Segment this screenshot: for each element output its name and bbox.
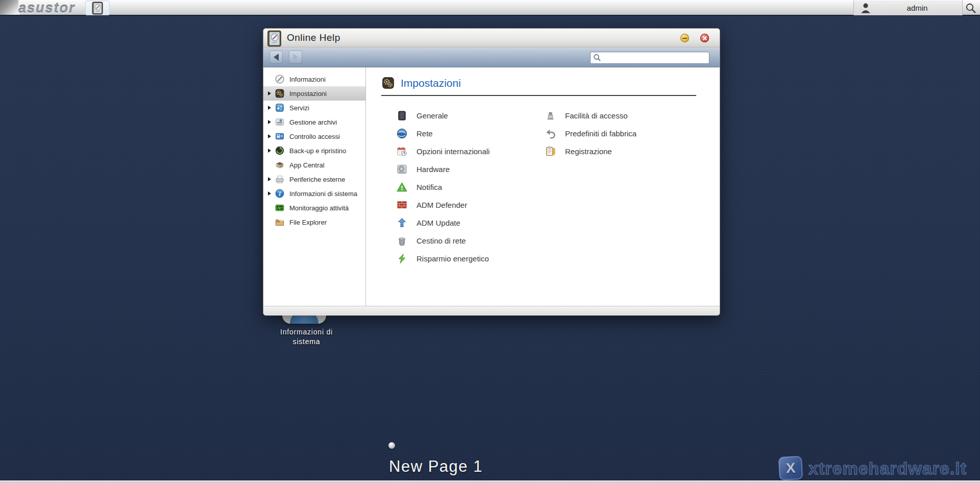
show-desktop-corner-button[interactable]	[0, 0, 19, 15]
gears-icon	[381, 76, 395, 90]
sidebar-item-label: Impostazioni	[289, 90, 327, 98]
user-icon	[859, 2, 872, 15]
link-generale[interactable]: Generale	[396, 107, 489, 125]
sidebar-item-controllo-accessi[interactable]: Controllo accessi	[263, 129, 365, 143]
sidebar-item-backup-ripristino[interactable]: Back-up e ripristino	[263, 143, 365, 158]
logged-in-user[interactable]: admin	[853, 1, 963, 15]
window-body: Informazioni Impostazioni	[263, 67, 720, 306]
link-notifica[interactable]: Notifica	[396, 178, 489, 196]
sidebar-item-label: Back-up e ripristino	[289, 147, 346, 155]
window-titlebar[interactable]: Online Help	[263, 29, 720, 47]
link-label: Registrazione	[565, 147, 612, 156]
link-label: Risparmio energetico	[416, 254, 489, 263]
bottom-edge-strip	[0, 480, 980, 483]
sidebar-item-app-central[interactable]: App Central	[263, 158, 365, 172]
expand-triangle-icon[interactable]	[268, 149, 271, 153]
sidebar-item-label: Controllo accessi	[289, 133, 340, 140]
help-topics-sidebar: Informazioni Impostazioni	[263, 67, 366, 306]
calendar-clock-icon	[396, 146, 408, 157]
link-risparmio-energetico[interactable]: Risparmio energetico	[396, 250, 489, 268]
energy-saving-icon	[396, 253, 408, 264]
link-predefiniti-di-fabbrica[interactable]: Predefiniti di fabbrica	[545, 125, 636, 142]
settings-left-column: Generale Rete	[396, 107, 489, 268]
update-arrow-icon	[396, 217, 408, 229]
app-central-icon	[275, 160, 285, 170]
sidebar-item-label: Informazioni	[289, 76, 326, 83]
access-control-icon	[275, 131, 285, 141]
sidebar-item-informazioni[interactable]: Informazioni	[263, 72, 365, 86]
forward-arrow-icon	[293, 54, 298, 61]
sidebar-item-label: Servizi	[289, 104, 309, 112]
desktop-shortcut-label[interactable]: Informazioni di sistema	[270, 327, 344, 347]
link-label: Hardware	[416, 165, 450, 174]
link-label: Opzioni internazionali	[416, 147, 489, 156]
back-button[interactable]	[270, 51, 283, 64]
back-arrow-icon	[274, 54, 279, 61]
expand-triangle-icon[interactable]	[268, 134, 271, 138]
notification-icon	[396, 181, 408, 193]
link-opzioni-internazionali[interactable]: Opzioni internazionali	[396, 142, 489, 160]
sidebar-item-label: App Central	[289, 161, 325, 169]
close-button[interactable]	[700, 34, 709, 42]
content-heading: Impostazioni	[381, 76, 720, 90]
xtremehardware-logo-icon: X	[778, 456, 803, 480]
desktop-page-title: New Page 1	[389, 457, 483, 476]
factory-reset-icon	[545, 128, 556, 139]
link-label: ADM Update	[416, 219, 460, 227]
hard-disk-icon	[396, 163, 408, 175]
link-cestino-di-rete[interactable]: Cestino di rete	[396, 232, 489, 250]
expand-triangle-icon[interactable]	[268, 120, 271, 124]
sidebar-item-periferiche-esterne[interactable]: Periferiche esterne	[263, 172, 365, 186]
sidebar-item-label: Gestione archivi	[289, 118, 337, 126]
peripherals-icon	[275, 174, 285, 184]
sidebar-item-label: Periferiche esterne	[289, 176, 345, 183]
forward-button-disabled[interactable]	[289, 51, 302, 64]
expand-triangle-icon[interactable]	[268, 177, 271, 181]
system-info-icon: i	[275, 188, 285, 199]
sidebar-item-label: File Explorer	[289, 219, 327, 226]
global-search-icon[interactable]	[965, 2, 977, 14]
link-label: Cestino di rete	[416, 236, 466, 245]
expand-triangle-icon[interactable]	[268, 106, 271, 110]
network-globe-icon	[396, 128, 408, 139]
file-explorer-icon	[275, 217, 285, 227]
sidebar-item-monitoraggio-attivita[interactable]: Monitoraggio attività	[263, 201, 365, 215]
help-toolbar	[263, 47, 720, 67]
page-title: Impostazioni	[401, 77, 461, 89]
gears-icon	[275, 88, 285, 99]
expand-triangle-icon[interactable]	[268, 191, 271, 196]
watermark-text: xtremehardware.it	[808, 458, 967, 478]
window-footer	[263, 306, 720, 316]
desktop: asustor admin	[0, 0, 980, 483]
asustor-logo: asustor	[18, 1, 76, 16]
link-registrazione[interactable]: Registrazione	[545, 142, 636, 160]
expand-triangle-icon[interactable]	[268, 91, 271, 95]
backup-icon	[275, 146, 285, 156]
help-search-input[interactable]	[602, 53, 709, 63]
sidebar-item-label: Informazioni di sistema	[289, 190, 357, 198]
services-icon	[275, 103, 285, 113]
link-label: Predefiniti di fabbrica	[565, 129, 636, 138]
sidebar-item-impostazioni[interactable]: Impostazioni	[263, 86, 365, 101]
link-rete[interactable]: Rete	[396, 125, 489, 142]
taskbar-online-help-app[interactable]	[85, 1, 110, 15]
top-taskbar: asustor admin	[0, 0, 980, 16]
link-adm-update[interactable]: ADM Update	[396, 214, 489, 232]
sidebar-item-file-explorer[interactable]: File Explorer	[263, 215, 365, 229]
help-search-box	[590, 52, 709, 64]
link-label: ADM Defender	[416, 201, 467, 209]
compass-icon	[275, 74, 285, 84]
link-label: Notifica	[416, 183, 442, 191]
link-facilita-di-accesso[interactable]: Facilità di accesso	[545, 107, 636, 125]
minimize-button[interactable]	[680, 34, 689, 42]
sidebar-item-informazioni-di-sistema[interactable]: i Informazioni di sistema	[263, 186, 365, 201]
recycle-bin-icon	[396, 235, 408, 247]
registration-icon	[545, 146, 556, 157]
link-adm-defender[interactable]: ADM Defender	[396, 196, 489, 214]
link-hardware[interactable]: Hardware	[396, 160, 489, 178]
sidebar-item-gestione-archivi[interactable]: Gestione archivi	[263, 115, 365, 129]
sidebar-item-servizi[interactable]: Servizi	[263, 101, 365, 115]
activity-monitor-icon	[275, 203, 285, 213]
watermark: X xtremehardware.it	[779, 456, 967, 480]
settings-right-column: Facilità di accesso Predefiniti di fabbr…	[545, 107, 636, 160]
